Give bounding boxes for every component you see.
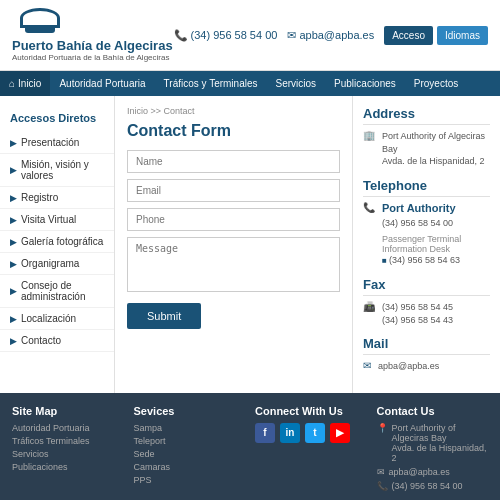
footer-services: Sevices Sampa Teleport Sede Camaras PPS <box>134 405 246 495</box>
nav-item-autoridad[interactable]: Autoridad Portuaria <box>50 71 154 96</box>
logo: Puerto Bahía de Algeciras Autoridad Port… <box>12 8 173 62</box>
sitemap-link-1[interactable]: Tráficos Terminales <box>12 436 124 446</box>
nav-item-proyectos[interactable]: Proyectos <box>405 71 467 96</box>
sidebar-item-registro[interactable]: ▶ Registro <box>0 187 114 209</box>
arrow-icon: ▶ <box>10 336 17 346</box>
contact-title: Contact Us <box>377 405 489 417</box>
phone-icon: 📞 <box>377 481 388 491</box>
sitemap-link-0[interactable]: Autoridad Portuaria <box>12 423 124 433</box>
logo-graphic <box>12 8 67 38</box>
telephone-sub-number: ■ (34) 956 58 54 63 <box>382 254 490 267</box>
home-icon: ⌂ <box>9 78 15 89</box>
sidebar-item-contacto[interactable]: ▶ Contacto <box>0 330 114 352</box>
fax-number1: (34) 956 58 54 45 <box>382 301 453 314</box>
footer: Site Map Autoridad Portuaria Tráficos Te… <box>0 393 500 500</box>
breadcrumb: Inicio >> Contact <box>127 106 340 116</box>
mail-icon: ✉ <box>363 360 371 371</box>
arrow-icon: ▶ <box>10 259 17 269</box>
sidebar-item-mision[interactable]: ▶ Misión, visión y valores <box>0 154 114 187</box>
sitemap-link-3[interactable]: Publicaciones <box>12 462 124 472</box>
name-input[interactable] <box>127 150 340 173</box>
facebook-icon[interactable]: f <box>255 423 275 443</box>
sidebar-item-galeria[interactable]: ▶ Galería fotográfica <box>0 231 114 253</box>
sidebar-item-visita[interactable]: ▶ Visita Virtual <box>0 209 114 231</box>
sitemap-link-2[interactable]: Servicios <box>12 449 124 459</box>
mail-icon: ✉ <box>377 467 385 477</box>
telephone-row: 📞 Port Authority (34) 956 58 54 00 Passe… <box>363 202 490 267</box>
header-contact: 📞 (34) 956 58 54 00 ✉ apba@apba.es Acces… <box>174 26 488 45</box>
arrow-icon: ▶ <box>10 314 17 324</box>
building-icon: 🏢 <box>363 130 375 141</box>
footer-sitemap: Site Map Autoridad Portuaria Tráficos Te… <box>12 405 124 495</box>
main-wrapper: Accesos Diretos ▶ Presentación ▶ Misión,… <box>0 96 500 393</box>
nav-item-publicaciones[interactable]: Publicaciones <box>325 71 405 96</box>
logo-title: Puerto Bahía de Algeciras <box>12 38 173 53</box>
services-link-3[interactable]: Camaras <box>134 462 246 472</box>
footer-contact-address: 📍 Port Authority of Algeciras Bay Avda. … <box>377 423 489 463</box>
telephone-number: (34) 956 58 54 00 <box>382 217 490 230</box>
services-link-2[interactable]: Sede <box>134 449 246 459</box>
twitter-icon[interactable]: t <box>305 423 325 443</box>
footer-contact-email: ✉ apba@apba.es <box>377 467 489 477</box>
header-email: ✉ apba@apba.es <box>287 29 374 42</box>
email-input[interactable] <box>127 179 340 202</box>
arrow-icon: ▶ <box>10 138 17 148</box>
telephone-section: Telephone 📞 Port Authority (34) 956 58 5… <box>363 178 490 267</box>
social-icons: f in t ▶ <box>255 423 367 443</box>
fax-row: 📠 (34) 956 58 54 45 (34) 956 58 54 43 <box>363 301 490 326</box>
sitemap-title: Site Map <box>12 405 124 417</box>
header-phone: 📞 (34) 956 58 54 00 <box>174 29 278 42</box>
acceso-button[interactable]: Acceso <box>384 26 433 45</box>
fax-icon: 📠 <box>363 301 375 312</box>
nav-item-traficos[interactable]: Tráficos y Terminales <box>155 71 267 96</box>
arrow-icon: ▶ <box>10 286 17 296</box>
phone-input[interactable] <box>127 208 340 231</box>
submit-button[interactable]: Submit <box>127 303 201 329</box>
sidebar-item-localizacion[interactable]: ▶ Localización <box>0 308 114 330</box>
telephone-sub-label: Passenger Terminal Information Desk <box>382 234 490 254</box>
address-title: Address <box>363 106 490 125</box>
left-sidebar: Accesos Diretos ▶ Presentación ▶ Misión,… <box>0 96 115 393</box>
idiomas-button[interactable]: Idiomas <box>437 26 488 45</box>
bullet-icon: ■ <box>382 256 389 265</box>
address-row: 🏢 Port Authority of Algeciras Bay Avda. … <box>363 130 490 168</box>
footer-contact-phone: 📞 (34) 956 58 54 00 <box>377 481 489 491</box>
youtube-icon[interactable]: ▶ <box>330 423 350 443</box>
arrow-icon: ▶ <box>10 193 17 203</box>
email-icon: ✉ <box>287 29 296 42</box>
mail-email: apba@apba.es <box>378 360 439 373</box>
address-section: Address 🏢 Port Authority of Algeciras Ba… <box>363 106 490 168</box>
address-org: Port Authority of Algeciras Bay <box>382 130 490 155</box>
main-content: Inicio >> Contact Contact Form Submit <box>115 96 352 393</box>
arrow-icon: ▶ <box>10 165 17 175</box>
nav-item-servicios[interactable]: Servicios <box>267 71 326 96</box>
phone-icon: 📞 <box>363 202 375 213</box>
footer-grid: Site Map Autoridad Portuaria Tráficos Te… <box>12 405 488 495</box>
message-input[interactable] <box>127 237 340 292</box>
sidebar-item-organigrama[interactable]: ▶ Organigrama <box>0 253 114 275</box>
footer-connect: Connect With Us f in t ▶ <box>255 405 367 495</box>
location-icon: 📍 <box>377 423 388 433</box>
services-link-1[interactable]: Teleport <box>134 436 246 446</box>
header-buttons: Acceso Idiomas <box>384 26 488 45</box>
mail-section: Mail ✉ apba@apba.es <box>363 336 490 373</box>
header: Puerto Bahía de Algeciras Autoridad Port… <box>0 0 500 71</box>
sidebar-item-presentacion[interactable]: ▶ Presentación <box>0 132 114 154</box>
mail-row: ✉ apba@apba.es <box>363 360 490 373</box>
phone-icon: 📞 <box>174 29 188 42</box>
telephone-title: Telephone <box>363 178 490 197</box>
fax-section: Fax 📠 (34) 956 58 54 45 (34) 956 58 54 4… <box>363 277 490 326</box>
arrow-icon: ▶ <box>10 237 17 247</box>
telephone-sub: Passenger Terminal Information Desk ■ (3… <box>382 234 490 267</box>
nav-item-inicio[interactable]: ⌂ Inicio <box>0 71 50 96</box>
fax-number2: (34) 956 58 54 43 <box>382 314 453 327</box>
mail-title: Mail <box>363 336 490 355</box>
services-title: Sevices <box>134 405 246 417</box>
services-link-0[interactable]: Sampa <box>134 423 246 433</box>
connect-title: Connect With Us <box>255 405 367 417</box>
page-title: Contact Form <box>127 122 340 140</box>
main-nav: ⌂ Inicio Autoridad Portuaria Tráficos y … <box>0 71 500 96</box>
linkedin-icon[interactable]: in <box>280 423 300 443</box>
sidebar-item-consejo[interactable]: ▶ Consejo de administración <box>0 275 114 308</box>
services-link-4[interactable]: PPS <box>134 475 246 485</box>
